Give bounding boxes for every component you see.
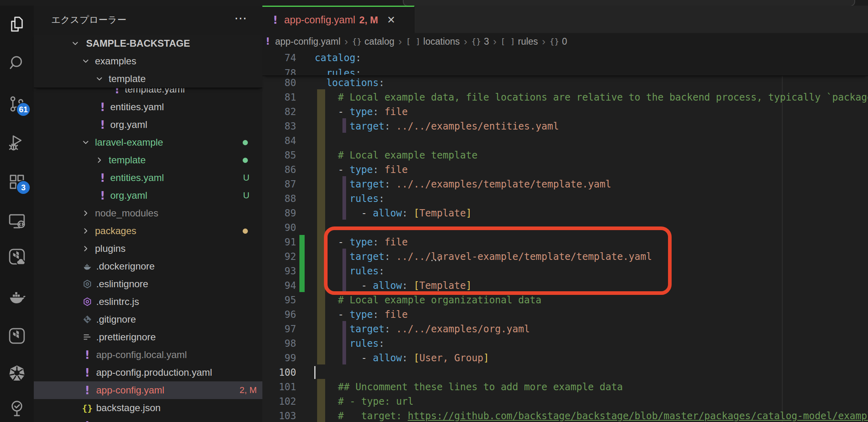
- code-line-83[interactable]: 83 target: ../../examples/entities.yaml: [262, 119, 868, 134]
- sidebar-title: エクスプローラー: [51, 14, 126, 26]
- breadcrumb-separator: ›: [398, 35, 402, 48]
- tree-item--dockerignore[interactable]: .dockerignore: [34, 257, 262, 275]
- activity-item-explorer[interactable]: [7, 14, 27, 34]
- code-token: :: [379, 193, 384, 204]
- close-icon[interactable]: ✕: [387, 14, 396, 26]
- activity-item-remote-explorer[interactable]: [7, 211, 27, 231]
- code-line-80[interactable]: 80 locations:: [262, 76, 868, 90]
- code-text: - allow: [Template]: [315, 206, 472, 220]
- breadcrumb-separator: ›: [464, 35, 468, 48]
- code-line-92[interactable]: 92 target: ../../laravel-example/templat…: [262, 249, 868, 264]
- tree-item-org-yaml[interactable]: !org.yamlU: [34, 187, 262, 204]
- activity-item-search[interactable]: [7, 54, 27, 73]
- tab-app-config-yaml[interactable]: ! app-config.yaml 2, M ✕: [262, 6, 414, 33]
- line-number: 95: [262, 293, 296, 307]
- activity-item-tree-extension[interactable]: [7, 399, 27, 418]
- activity-item-extensions[interactable]: 3: [7, 172, 27, 191]
- line-number: 78: [262, 66, 296, 75]
- chevron-down-icon[interactable]: [95, 74, 104, 83]
- tree-item-packages[interactable]: packages: [34, 222, 262, 240]
- sticky-line-78-clipped[interactable]: 78 rules:: [262, 66, 868, 75]
- code-token: type: [350, 164, 373, 175]
- tree-item-app-config-yaml[interactable]: !app-config.yaml2, M: [34, 381, 262, 399]
- chevron-down-icon[interactable]: [71, 39, 80, 48]
- breadcrumb-item-catalog[interactable]: {}catalog: [352, 36, 394, 47]
- code-line-96[interactable]: 96 - type: file: [262, 307, 868, 322]
- code-line-82[interactable]: 82 - type: file: [262, 105, 868, 119]
- object-symbol-icon: {}: [550, 37, 559, 46]
- tree-item-examples[interactable]: examples: [34, 52, 262, 70]
- code-line-99[interactable]: 99 - allow: [User, Group]: [262, 351, 868, 365]
- tree-item-label: .eslintrc.js: [96, 296, 139, 307]
- activity-item-run-debug[interactable]: [7, 133, 27, 152]
- git-status-badge: 2, M: [239, 385, 257, 395]
- code-line-81[interactable]: 81 # Local example data, file locations …: [262, 90, 868, 105]
- tree-item--gitignore[interactable]: .gitignore: [34, 311, 262, 328]
- code-line-90[interactable]: 90: [262, 220, 868, 235]
- breadcrumb-item-0[interactable]: {}0: [550, 36, 567, 47]
- activity-item-docker[interactable]: [7, 287, 27, 306]
- code-line-89[interactable]: 89 - allow: [Template]: [262, 206, 868, 220]
- chevron-down-icon[interactable]: [81, 138, 90, 147]
- tree-item--eslintrc-js[interactable]: .eslintrc.js: [34, 293, 262, 311]
- tree-item--eslintignore[interactable]: .eslintignore: [34, 275, 262, 293]
- line-number: 74: [262, 51, 296, 65]
- tab-bar: ! app-config.yaml 2, M ✕: [262, 6, 868, 33]
- tree-item-sample-backstage[interactable]: SAMPLE-BACKSTAGE: [34, 35, 262, 52]
- code-line-91[interactable]: 91 - type: file: [262, 235, 868, 249]
- tree-item-org-yaml[interactable]: !org.yaml: [34, 116, 262, 134]
- code-line-101[interactable]: 101 ## Uncomment these lines to add more…: [262, 380, 868, 394]
- tree-item-backstage-json[interactable]: {}backstage.json: [34, 399, 262, 417]
- tree-item-template[interactable]: template: [34, 151, 262, 169]
- tree-item-node-modules[interactable]: node_modules: [34, 204, 262, 222]
- activity-bar: 613: [0, 6, 34, 422]
- activity-item-kubernetes[interactable]: [7, 363, 27, 383]
- tree-item-partial[interactable]: !: [34, 417, 262, 422]
- tree-item-entities-yaml[interactable]: !entities.yamlU: [34, 169, 262, 187]
- code-line-103[interactable]: 103 # target: https://github.com/backsta…: [262, 409, 868, 422]
- code-token: rules: [350, 338, 379, 349]
- chevron-right-icon[interactable]: [81, 209, 90, 218]
- tree-item-laravel-example[interactable]: laravel-example: [34, 134, 262, 151]
- tree-item-plugins[interactable]: plugins: [34, 240, 262, 257]
- code-token: :: [355, 52, 361, 64]
- code-line-93[interactable]: 93 rules:: [262, 264, 868, 278]
- tree-item--prettierignore[interactable]: .prettierignore: [34, 328, 262, 346]
- code-line-88[interactable]: 88 rules:: [262, 191, 868, 206]
- code-token: target: [350, 323, 385, 335]
- breadcrumb-item-locations[interactable]: [ ]locations: [406, 36, 460, 47]
- activity-item-terraform-cloud[interactable]: [7, 247, 27, 266]
- breadcrumb-item-app-config-yaml[interactable]: ! app-config.yaml: [262, 36, 340, 47]
- tree-item-app-config-local-yaml[interactable]: !app-config.local.yaml: [34, 346, 262, 364]
- activity-item-terraform[interactable]: [7, 326, 27, 346]
- code-line-86[interactable]: 86 - type: file: [262, 163, 868, 177]
- activity-item-source-control[interactable]: 61: [7, 94, 27, 113]
- chevron-down-icon[interactable]: [81, 57, 90, 66]
- code-line-94[interactable]: 94 - allow: [Template]: [262, 278, 868, 293]
- tree-item-app-config-production-yaml[interactable]: !app-config.production.yaml: [34, 364, 262, 381]
- code-line-95[interactable]: 95 # Local example organizational data: [262, 293, 868, 307]
- code-line-98[interactable]: 98 rules:: [262, 336, 868, 351]
- tab-problems-badge: 2, M: [359, 14, 378, 26]
- line-number: 99: [262, 351, 296, 365]
- code-area[interactable]: 80 locations:81 # Local example data, fi…: [262, 50, 868, 422]
- breadcrumb-item-3[interactable]: {}3: [471, 36, 489, 47]
- tree-item-template[interactable]: template: [34, 70, 262, 88]
- tree-item-label: entities.yaml: [110, 172, 164, 183]
- chevron-right-icon[interactable]: [81, 226, 90, 235]
- chevron-right-icon[interactable]: [81, 244, 90, 253]
- code-line-100[interactable]: 100: [262, 365, 868, 380]
- code-line-102[interactable]: 102 # - type: url: [262, 394, 868, 409]
- code-line-87[interactable]: 87 target: ../../examples/template/templ…: [262, 177, 868, 191]
- code-line-97[interactable]: 97 target: ../../examples/org.yaml: [262, 322, 868, 336]
- tree-extension-icon: [7, 412, 27, 419]
- sticky-line-74[interactable]: 74catalog:: [262, 51, 868, 65]
- yaml-warning-icon: !: [82, 367, 93, 378]
- code-line-85[interactable]: 85 # Local example template: [262, 148, 868, 163]
- more-actions-icon[interactable]: ⋯: [234, 10, 248, 26]
- breadcrumb-item-rules[interactable]: [ ]rules: [501, 36, 538, 47]
- tree-item-entities-yaml[interactable]: !entities.yaml: [34, 98, 262, 116]
- code-line-84[interactable]: 84: [262, 134, 868, 148]
- code-token: :: [373, 237, 379, 248]
- chevron-right-icon[interactable]: [95, 156, 104, 165]
